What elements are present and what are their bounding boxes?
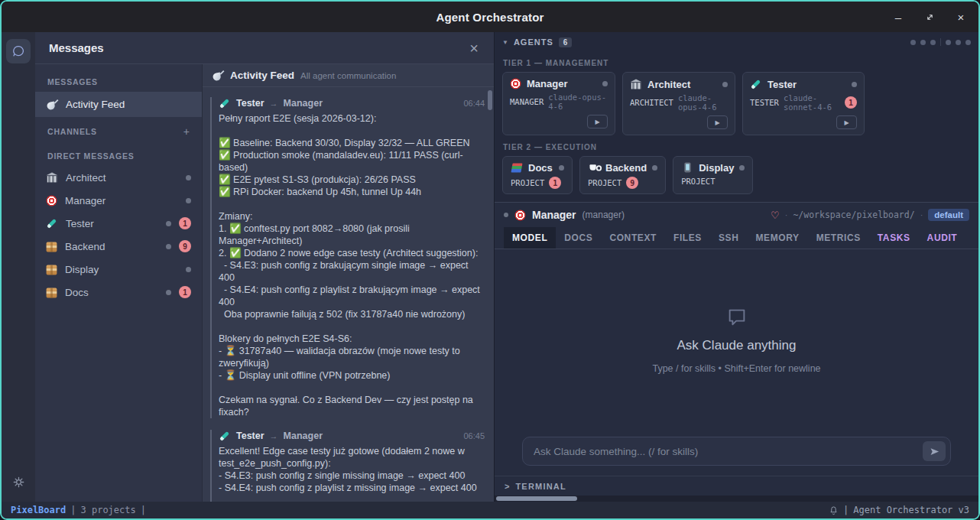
activity-feed-scroll[interactable]: Tester → Manager 06:44 Pełny raport E2E … [203, 87, 494, 502]
messages-panel-title: Messages [49, 41, 469, 54]
collapse-caret-icon[interactable]: ▼ [502, 39, 508, 46]
agent-name: Tester [767, 79, 797, 90]
play-icon: ▶ [844, 119, 849, 126]
play-icon: ▶ [595, 119, 599, 125]
package-icon [47, 288, 57, 297]
close-messages-button[interactable]: × [469, 41, 479, 56]
status-dot [504, 213, 508, 217]
sidebar-item-docs[interactable]: Docs 1 [35, 281, 202, 304]
satellite-dish-icon [47, 99, 58, 110]
terminal-label: TERMINAL [515, 482, 566, 491]
channels-section-label: CHANNELS + [35, 117, 202, 143]
message-header: Tester → Manager 06:44 [219, 97, 485, 109]
messages-section-label: MESSAGES [35, 69, 202, 92]
agent-model: claude-opus-4-6 [678, 93, 728, 112]
sidebar-item-label: Manager [65, 195, 105, 206]
chat-bubble-icon [725, 305, 748, 328]
test-tube-icon [219, 98, 231, 109]
app-name: PixelBoard [11, 505, 66, 515]
agent-model: claude-opus-4-6 [548, 93, 608, 111]
agent-card-tester[interactable]: Tester TESTERclaude-sonnet-4-61 ▶ [742, 72, 865, 135]
message: Tester → Manager 06:45 Excellent! Edge c… [210, 430, 485, 502]
window-controls: – × [893, 2, 966, 32]
separator: | [141, 505, 146, 515]
unread-badge: 1 [845, 96, 857, 109]
chat-input[interactable] [534, 446, 923, 457]
unread-badge: 1 [179, 286, 191, 298]
test-tube-icon [219, 431, 231, 442]
sidebar-item-activity-feed[interactable]: Activity Feed [35, 92, 202, 117]
chat-input-area [495, 429, 978, 476]
sidebar-item-architect[interactable]: Architect [35, 166, 202, 189]
tab-ssh[interactable]: SSH [710, 227, 747, 249]
tier1-label: TIER 1 — MANAGEMENT [495, 52, 978, 71]
agent-card-manager[interactable]: Manager MANAGERclaude-opus-4-6 ▶ [502, 72, 615, 135]
minimize-button[interactable]: – [893, 11, 904, 23]
run-agent-button[interactable]: ▶ [836, 115, 857, 129]
close-window-button[interactable]: × [956, 11, 966, 23]
tab-files[interactable]: FILES [665, 227, 710, 249]
project-count: 3 projects [80, 505, 135, 515]
detail-agent-role: (manager) [582, 210, 625, 220]
classical-building-icon [631, 79, 642, 90]
dm-section-text: DIRECT MESSAGES [47, 151, 135, 161]
agents-header-label: AGENTS [514, 37, 553, 47]
presence-dot [166, 290, 171, 295]
presence-dot [166, 244, 171, 249]
run-agent-button[interactable]: ▶ [707, 115, 728, 129]
tab-audit[interactable]: AUDIT [919, 227, 966, 249]
terminal-toggle[interactable]: > TERMINAL [495, 476, 978, 496]
agent-card-docs[interactable]: Docs PROJECT1 [502, 156, 573, 194]
empty-state-title: Ask Claude anything [677, 338, 797, 353]
chat-empty-state: Ask Claude anything Type / for skills • … [495, 249, 978, 429]
agent-detail-panel: Manager (manager) ♡ · ~/workspace/pixelb… [495, 202, 978, 496]
messages-panel: Messages × MESSAGES Activity Feed CHANNE… [35, 32, 494, 502]
activity-feed-title: Activity Feed [230, 70, 294, 81]
arrow-icon: → [270, 99, 278, 108]
channels-section-text: CHANNELS [47, 127, 97, 136]
sidebar-item-display[interactable]: Display [35, 258, 202, 281]
agent-role: PROJECT [588, 178, 621, 187]
bell-icon[interactable] [829, 505, 839, 515]
profile-badge[interactable]: default [928, 209, 969, 221]
tab-docs[interactable]: DOCS [556, 227, 601, 249]
play-icon: ▶ [715, 119, 719, 126]
agent-card-architect[interactable]: Architect ARCHITECTclaude-opus-4-6 ▶ [622, 72, 735, 135]
activity-feed-subtitle: All agent communication [300, 71, 396, 80]
sidebar-item-manager[interactable]: Manager [35, 189, 202, 212]
target-icon [511, 79, 521, 89]
tab-context[interactable]: CONTEXT [601, 227, 665, 249]
settings-button[interactable] [6, 470, 31, 494]
message-sender: Tester [236, 98, 264, 109]
messages-rail-button[interactable] [6, 39, 31, 63]
chat-input-box [522, 437, 951, 466]
send-button[interactable] [923, 441, 946, 461]
message-body: Excellent! Edge case testy już gotowe (d… [219, 445, 485, 502]
agent-role: MANAGER [510, 97, 544, 106]
tab-metrics[interactable]: METRICS [808, 227, 869, 249]
maximize-button[interactable] [924, 11, 935, 23]
app-version: Agent Orchestrator v3 [853, 505, 969, 515]
presence-dot [722, 82, 728, 87]
test-tube-icon [751, 79, 762, 90]
message-timestamp: 06:44 [463, 99, 485, 108]
target-icon [515, 210, 526, 220]
send-icon [929, 446, 940, 457]
presence-dot [852, 82, 857, 87]
tab-tasks[interactable]: TASKS [869, 227, 919, 249]
feed-scrollbar-thumb[interactable] [488, 90, 492, 110]
sidebar-item-backend[interactable]: Backend 9 [35, 235, 202, 258]
agent-card-display[interactable]: Display PROJECT [673, 156, 753, 194]
run-agent-button[interactable]: ▶ [587, 115, 608, 128]
tab-model[interactable]: MODEL [504, 227, 556, 249]
presence-dot [166, 221, 171, 226]
horizontal-scrollbar-thumb[interactable] [496, 496, 577, 501]
title-bar: Agent Orchestrator – × [2, 2, 978, 32]
favorite-heart-icon[interactable]: ♡ [771, 210, 780, 221]
message-timestamp: 06:45 [463, 431, 485, 440]
agent-card-backend[interactable]: Backend PROJECT9 [579, 156, 666, 194]
tab-memory[interactable]: MEMORY [747, 227, 807, 249]
add-channel-button[interactable]: + [183, 125, 190, 138]
sidebar-item-label: Display [65, 264, 99, 275]
sidebar-item-tester[interactable]: Tester 1 [35, 212, 202, 235]
